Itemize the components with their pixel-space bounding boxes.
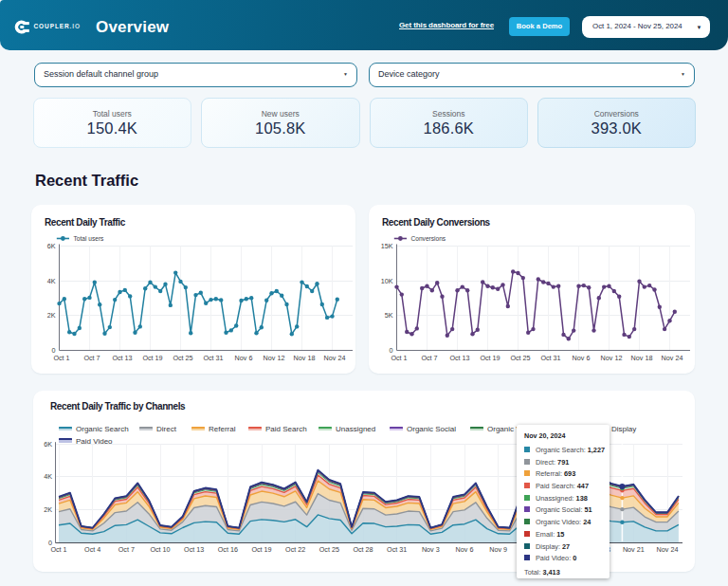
svg-text:Nov 6: Nov 6: [456, 545, 474, 554]
svg-text:Oct 7: Oct 7: [118, 545, 135, 554]
svg-text:Nov 6: Nov 6: [235, 354, 253, 362]
svg-text:Conversions: Conversions: [411, 235, 446, 242]
svg-text:Oct 1: Oct 1: [391, 354, 407, 362]
svg-text:Oct 31: Oct 31: [540, 354, 560, 362]
svg-text:4K: 4K: [44, 472, 52, 481]
svg-text:Nov 9: Nov 9: [489, 545, 507, 554]
svg-text:Oct 19: Oct 19: [142, 354, 162, 362]
svg-text:Nov 3: Nov 3: [422, 545, 440, 554]
svg-text:6K: 6K: [44, 440, 52, 449]
svg-text:Nov 24: Nov 24: [662, 354, 683, 362]
svg-text:Total users: Total users: [74, 235, 105, 242]
svg-text:Oct 13: Oct 13: [184, 545, 204, 554]
svg-text:Oct 25: Oct 25: [319, 545, 339, 554]
svg-text:Oct 13: Oct 13: [112, 354, 132, 362]
svg-text:Nov 18: Nov 18: [294, 354, 316, 362]
svg-text:Nov 12: Nov 12: [601, 354, 623, 362]
svg-text:4K: 4K: [47, 276, 56, 284]
svg-text:Oct 22: Oct 22: [285, 545, 305, 554]
svg-text:Oct 7: Oct 7: [421, 354, 437, 362]
svg-text:Oct 25: Oct 25: [173, 354, 192, 362]
svg-text:2K: 2K: [47, 311, 56, 320]
svg-text:15K: 15K: [381, 242, 393, 250]
svg-text:Oct 1: Oct 1: [53, 354, 69, 362]
svg-text:Nov 24: Nov 24: [657, 545, 679, 554]
svg-text:Oct 19: Oct 19: [480, 354, 500, 362]
svg-text:Nov 18: Nov 18: [631, 354, 653, 362]
svg-text:Oct 31: Oct 31: [203, 354, 223, 362]
svg-text:Oct 13: Oct 13: [449, 354, 469, 362]
svg-text:Oct 1: Oct 1: [50, 545, 66, 554]
svg-text:6K: 6K: [47, 242, 56, 250]
svg-text:Nov 24: Nov 24: [324, 354, 346, 362]
svg-text:Oct 4: Oct 4: [84, 545, 100, 554]
svg-text:Oct 7: Oct 7: [83, 354, 100, 362]
svg-text:Oct 31: Oct 31: [387, 545, 407, 554]
svg-text:Oct 16: Oct 16: [218, 545, 238, 554]
svg-text:10K: 10K: [381, 276, 393, 284]
svg-text:Oct 10: Oct 10: [150, 545, 170, 554]
svg-text:5K: 5K: [385, 311, 393, 320]
svg-text:Oct 25: Oct 25: [510, 354, 530, 362]
svg-text:Nov 21: Nov 21: [623, 545, 645, 554]
svg-text:Nov 12: Nov 12: [264, 354, 285, 362]
svg-text:Oct 28: Oct 28: [353, 545, 373, 554]
svg-text:Oct 19: Oct 19: [251, 545, 271, 554]
svg-text:Nov 6: Nov 6: [573, 354, 591, 362]
svg-text:2K: 2K: [44, 505, 52, 514]
